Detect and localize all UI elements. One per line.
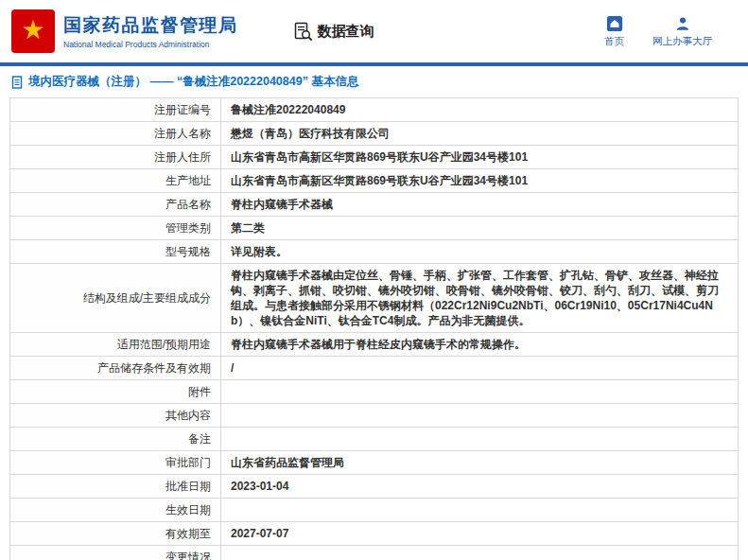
table-row: 产品储存条件及有效期/ — [10, 357, 739, 380]
info-table-body: 注册证编号鲁械注准20222040849注册人名称懋煜（青岛）医疗科技有限公司注… — [10, 98, 739, 560]
agency-name-en: National Medical Products Administration — [63, 40, 238, 49]
row-value — [221, 499, 739, 522]
row-label: 有效期至 — [10, 522, 221, 546]
document-icon — [11, 76, 24, 89]
table-row: 结构及组成/主要组成成分脊柱内窥镜手术器械由定位丝、骨锤、手柄、扩张管、工作套管… — [10, 264, 739, 333]
table-row: 适用范围/预期用途脊柱内窥镜手术器械用于脊柱经皮内窥镜手术的常规操作。 — [10, 333, 739, 357]
row-value: 详见附表。 — [221, 240, 739, 264]
breadcrumb-text: 境内医疗器械（注册） —— “鲁械注准20222040849” 基本信息 — [28, 74, 358, 90]
table-row: 注册人名称懋煜（青岛）医疗科技有限公司 — [10, 122, 739, 146]
row-value — [221, 404, 739, 428]
nav-item-home[interactable]: 首页 — [604, 15, 624, 48]
row-label: 注册证编号 — [10, 98, 221, 122]
emblem-star-icon: ★ — [21, 17, 44, 44]
row-label: 附件 — [10, 380, 221, 404]
table-row: 生产地址山东省青岛市高新区华贯路869号联东U谷产业园34号楼101 — [10, 169, 739, 193]
row-value: 2027-07-07 — [221, 522, 739, 546]
row-label: 注册人名称 — [10, 122, 221, 146]
nav-item-label: 网上办事大厅 — [652, 35, 712, 48]
row-label: 变更情况 — [10, 546, 221, 560]
row-label: 注册人住所 — [10, 146, 221, 169]
row-label: 管理类别 — [10, 217, 221, 240]
table-row: 变更情况 — [10, 546, 739, 560]
agency-title-block: 国家药品监督管理局 National Medical Products Admi… — [63, 13, 238, 49]
row-value: 脊柱内窥镜手术器械 — [221, 193, 739, 217]
row-value: 懋煜（青岛）医疗科技有限公司 — [221, 122, 739, 146]
row-label: 备注 — [10, 428, 221, 451]
row-value: 山东省药品监督管理局 — [221, 451, 739, 475]
table-row: 管理类别第二类 — [10, 217, 739, 240]
national-emblem-logo: ★ — [11, 9, 55, 53]
row-label: 结构及组成/主要组成成分 — [10, 264, 221, 333]
nav-item-service-hall[interactable]: 网上办事大厅 — [652, 15, 712, 48]
row-value — [221, 546, 739, 560]
person-icon — [674, 15, 691, 32]
row-value: 第二类 — [221, 217, 739, 240]
page-header: ★ 国家药品监督管理局 National Medical Products Ad… — [0, 0, 748, 62]
row-value: / — [221, 357, 739, 380]
data-query-label: 数据查询 — [318, 23, 374, 41]
top-nav: 首页 网上办事大厅 — [604, 15, 737, 48]
row-value — [221, 428, 739, 451]
table-row: 有效期至2027-07-07 — [10, 522, 739, 546]
row-value: 鲁械注准20222040849 — [221, 98, 739, 122]
row-label: 产品名称 — [10, 193, 221, 217]
row-value: 脊柱内窥镜手术器械用于脊柱经皮内窥镜手术的常规操作。 — [221, 333, 739, 357]
agency-name-cn: 国家药品监督管理局 — [63, 13, 238, 38]
home-icon — [606, 15, 623, 32]
nav-item-label: 首页 — [604, 35, 624, 48]
data-query-icon — [293, 22, 313, 42]
table-row: 生效日期 — [10, 499, 739, 522]
table-row: 备注 — [10, 428, 739, 451]
row-label: 产品储存条件及有效期 — [10, 357, 221, 380]
row-label: 批准日期 — [10, 475, 221, 499]
row-label: 适用范围/预期用途 — [10, 333, 221, 357]
table-row: 其他内容 — [10, 404, 739, 428]
row-value: 2023-01-04 — [221, 475, 739, 499]
table-row: 型号规格详见附表。 — [10, 240, 739, 264]
row-value: 山东省青岛市高新区华贯路869号联东U谷产业园34号楼101 — [221, 169, 739, 193]
table-row: 批准日期2023-01-04 — [10, 475, 739, 499]
table-row: 审批部门山东省药品监督管理局 — [10, 451, 739, 475]
row-label: 型号规格 — [10, 240, 221, 264]
row-value: 山东省青岛市高新区华贯路869号联东U谷产业园34号楼101 — [221, 146, 739, 169]
data-query-title: 数据查询 — [293, 22, 374, 42]
row-label: 审批部门 — [10, 451, 221, 475]
row-label: 生产地址 — [10, 169, 221, 193]
row-label: 生效日期 — [10, 499, 221, 522]
row-label: 其他内容 — [10, 404, 221, 428]
registration-info-table: 注册证编号鲁械注准20222040849注册人名称懋煜（青岛）医疗科技有限公司注… — [9, 97, 739, 560]
row-value: 脊柱内窥镜手术器械由定位丝、骨锤、手柄、扩张管、工作套管、扩孔钻、骨铲、攻丝器、… — [221, 264, 739, 333]
table-row: 注册证编号鲁械注准20222040849 — [10, 98, 739, 122]
table-row: 注册人住所山东省青岛市高新区华贯路869号联东U谷产业园34号楼101 — [10, 146, 739, 169]
breadcrumb: 境内医疗器械（注册） —— “鲁械注准20222040849” 基本信息 — [0, 66, 748, 96]
row-value — [221, 380, 739, 404]
table-row: 产品名称脊柱内窥镜手术器械 — [10, 193, 739, 217]
table-row: 附件 — [10, 380, 739, 404]
